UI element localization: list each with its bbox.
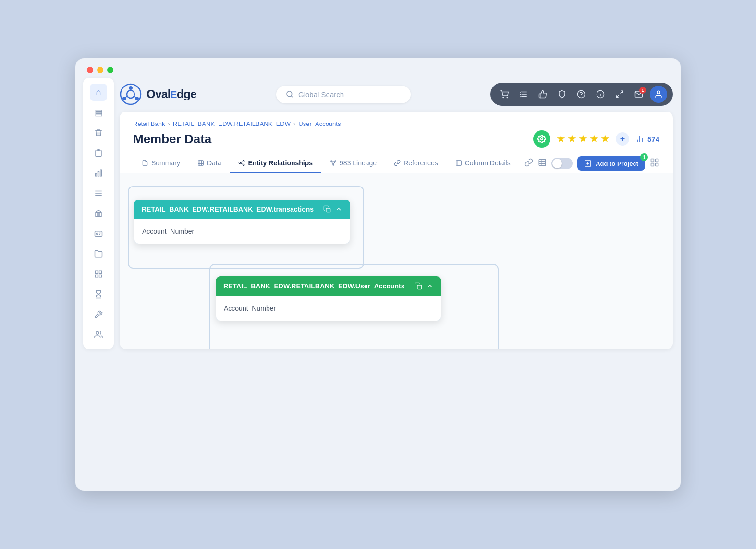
add-star-button[interactable]: +	[616, 132, 629, 146]
er-diagram-area: RETAIL_BANK_EDW.RETAILBANK_EDW.transacti…	[120, 173, 673, 349]
svg-rect-69	[651, 163, 654, 166]
svg-rect-74	[417, 285, 422, 289]
tab-lineage-label: 983 Lineage	[340, 159, 377, 167]
star-rating[interactable]: ★ ★ ★ ★ ★	[556, 133, 610, 145]
expand-icon[interactable]	[611, 86, 628, 102]
svg-rect-10	[95, 271, 98, 273]
user-avatar[interactable]	[650, 86, 667, 103]
add-project-badge: 1	[640, 153, 648, 161]
entity-user-accounts-field-0: Account_Number	[224, 302, 433, 314]
minimize-dot[interactable]	[97, 67, 103, 73]
sidebar-item-folder[interactable]	[90, 245, 107, 262]
tab-column-details[interactable]: Column Details	[447, 154, 519, 173]
svg-line-56	[331, 162, 333, 164]
sidebar-item-home[interactable]: ⌂	[90, 84, 107, 101]
view-toggle[interactable]	[551, 158, 573, 169]
add-project-label: Add to Project	[596, 160, 638, 167]
app-window: ⌂ ▤	[75, 58, 681, 491]
entity-user-accounts-title: RETAIL_BANK_EDW.RETAILBANK_EDW.User_Acco…	[223, 282, 405, 290]
breadcrumb-retail-bank[interactable]: Retail Bank	[133, 120, 165, 127]
sidebar-item-clipboard[interactable]	[90, 144, 107, 162]
svg-point-25	[503, 97, 504, 98]
svg-point-49	[243, 164, 245, 166]
svg-rect-11	[99, 271, 102, 273]
chevron-up-icon-2[interactable]	[426, 282, 434, 290]
svg-line-50	[241, 162, 243, 163]
sidebar-item-chart[interactable]	[90, 164, 107, 182]
sidebar-item-tools[interactable]	[90, 306, 107, 323]
tab-lineage[interactable]: 983 Lineage	[321, 154, 385, 173]
tab-entity-relationships[interactable]: Entity Relationships	[230, 154, 321, 173]
svg-point-48	[243, 160, 245, 162]
copy-icon[interactable]	[323, 205, 331, 213]
breadcrumb-sep-2: ›	[293, 120, 295, 127]
star-2: ★	[567, 133, 577, 145]
breadcrumb-current[interactable]: User_Accounts	[298, 120, 341, 127]
search-bar[interactable]: Global Search	[276, 86, 411, 103]
table-view-icon[interactable]	[538, 158, 547, 169]
svg-point-14	[96, 331, 99, 334]
svg-point-47	[239, 162, 241, 164]
entity-transactions-icons	[323, 205, 342, 213]
tab-references[interactable]: References	[385, 154, 447, 173]
copy-icon-2[interactable]	[415, 282, 422, 290]
entity-transactions-field-0: Account_Number	[142, 225, 342, 237]
maximize-dot[interactable]	[107, 67, 113, 73]
checklist-icon[interactable]	[515, 86, 532, 102]
svg-rect-4	[100, 170, 102, 176]
svg-rect-1	[96, 150, 101, 157]
info-icon[interactable]	[592, 86, 609, 102]
sidebar-item-users[interactable]	[90, 326, 107, 343]
svg-rect-3	[98, 171, 99, 176]
svg-rect-70	[656, 163, 658, 166]
svg-line-24	[291, 96, 293, 97]
svg-point-37	[657, 91, 660, 94]
card-header: Retail Bank › RETAIL_BANK_EDW.RETAILBANK…	[120, 112, 673, 154]
sidebar-item-hourglass[interactable]	[90, 286, 107, 303]
entity-transactions-title: RETAIL_BANK_EDW.RETAILBANK_EDW.transacti…	[142, 205, 314, 213]
svg-line-36	[616, 95, 619, 98]
link-icon[interactable]	[524, 158, 533, 169]
svg-point-53	[335, 161, 336, 162]
tab-actions: Add to Project 1	[524, 156, 659, 171]
entity-transactions: RETAIL_BANK_EDW.RETAILBANK_EDW.transacti…	[134, 200, 350, 244]
sidebar-item-trash[interactable]	[90, 124, 107, 141]
gear-button[interactable]	[533, 130, 550, 148]
mail-icon[interactable]: 1	[631, 86, 647, 102]
breadcrumb-edw[interactable]: RETAIL_BANK_EDW.RETAILBANK_EDW	[173, 120, 291, 127]
search-icon	[286, 90, 293, 98]
sidebar-item-layers[interactable]: ▤	[90, 104, 107, 121]
entity-transactions-header: RETAIL_BANK_EDW.RETAILBANK_EDW.transacti…	[134, 200, 350, 219]
tab-references-label: References	[403, 159, 438, 167]
title-actions: ★ ★ ★ ★ ★ + 574	[533, 130, 659, 148]
sidebar-item-list[interactable]	[90, 185, 107, 202]
shield-icon[interactable]	[554, 86, 570, 102]
star-4: ★	[589, 133, 599, 145]
question-icon[interactable]	[573, 86, 589, 102]
svg-rect-60	[539, 159, 546, 166]
breadcrumb-sep-1: ›	[168, 120, 170, 127]
tab-column-details-label: Column Details	[465, 159, 511, 167]
grid-view-icon[interactable]	[650, 158, 659, 170]
logo-area: OvalEdge	[120, 83, 196, 105]
tab-er-label: Entity Relationships	[248, 159, 313, 167]
svg-point-19	[135, 97, 139, 100]
sidebar: ⌂ ▤	[83, 78, 114, 349]
star-3: ★	[578, 133, 588, 145]
page-title: Member Data	[133, 132, 211, 147]
svg-line-51	[241, 163, 243, 164]
tab-data[interactable]: Data	[189, 154, 230, 173]
sidebar-item-idcard[interactable]	[90, 225, 107, 242]
add-to-project-button[interactable]: Add to Project 1	[577, 156, 645, 171]
entity-user-accounts-icons	[415, 282, 434, 290]
chevron-up-icon[interactable]	[335, 205, 342, 213]
tab-summary[interactable]: Summary	[133, 154, 189, 173]
search-placeholder: Global Search	[298, 90, 344, 99]
close-dot[interactable]	[87, 67, 93, 73]
svg-point-26	[507, 97, 508, 98]
sidebar-item-grid[interactable]	[90, 265, 107, 283]
sidebar-item-bank[interactable]	[90, 205, 107, 222]
thumbs-up-icon[interactable]	[535, 86, 551, 102]
cart-icon[interactable]	[496, 86, 512, 102]
svg-point-18	[122, 97, 126, 100]
